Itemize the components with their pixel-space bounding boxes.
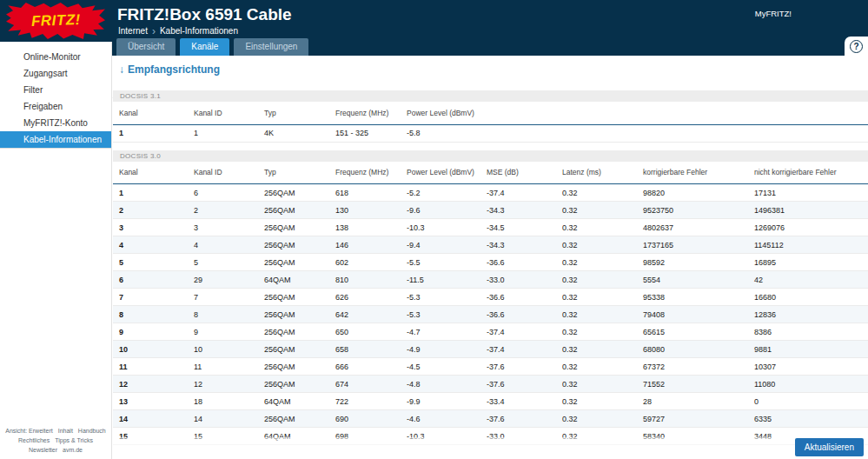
footer-link-tipps-tricks[interactable]: Tipps & Tricks — [55, 436, 93, 445]
cell: 256QAM — [258, 410, 329, 428]
refresh-button[interactable]: Aktualisieren — [795, 438, 864, 456]
cell: 7 — [113, 289, 188, 306]
cell: 690 — [329, 410, 401, 428]
cell: -34.3 — [480, 236, 556, 254]
tab-kanale[interactable]: Kanäle — [180, 38, 229, 56]
cell: 642 — [329, 306, 401, 323]
column-header: korrigierbare Fehler — [637, 162, 748, 184]
cell: -5.3 — [401, 306, 480, 323]
cell: 65615 — [637, 323, 748, 341]
column-header: Kanal — [113, 102, 188, 124]
bottom-fade — [113, 437, 868, 459]
cell: 138 — [329, 219, 401, 236]
cell: 0.32 — [556, 358, 637, 376]
cell: 256QAM — [258, 254, 329, 271]
cell: 9 — [113, 323, 188, 341]
sidebar-item-label: Freigaben — [23, 102, 63, 111]
cell: 13 — [113, 393, 188, 410]
tab-einstellungen[interactable]: Einstellungen — [234, 38, 308, 56]
footer-links-line: Ansicht: ErweitertInhaltHandbuch — [0, 426, 111, 436]
cell: 6 — [188, 184, 258, 202]
cell: 666 — [329, 358, 401, 376]
footer-link-rechtliches[interactable]: Rechtliches — [18, 436, 50, 445]
cell: -37.6 — [480, 410, 556, 428]
cell: 98820 — [637, 184, 748, 202]
cell: 0.32 — [556, 289, 637, 306]
cell: 674 — [329, 376, 401, 393]
sidebar-menu: ÜbersichtInternetOnline-MonitorZugangsar… — [0, 42, 111, 149]
cell: 59727 — [637, 410, 748, 428]
cell: 2 — [188, 202, 258, 219]
cell: -9.9 — [401, 393, 480, 410]
cell: 626 — [329, 289, 401, 306]
table-row: 44256QAM146-9.4-34.30.3217371651145112 — [113, 236, 868, 254]
cell: 4 — [188, 236, 258, 254]
sidebar-item-online-monitor[interactable]: Online-Monitor — [0, 49, 111, 65]
cell: -9.6 — [401, 202, 480, 219]
column-header: Typ — [258, 162, 329, 184]
cell: 12 — [188, 376, 258, 393]
sidebar-item-assistenten[interactable]: Assistenten — [112, 97, 113, 114]
breadcrumb-page: Kabel-Informationen — [160, 26, 238, 36]
cell: 9881 — [748, 341, 868, 358]
cell: 256QAM — [258, 323, 329, 341]
cell: 11 — [113, 358, 188, 376]
cell: -4.9 — [401, 341, 480, 358]
sidebar-item-myfritz-konto[interactable]: MyFRITZ!-Konto — [0, 115, 111, 131]
fritz-logo[interactable]: FRITZ! — [0, 0, 111, 42]
table-row: 62964QAM810-11.5-33.00.32555442 — [113, 271, 868, 289]
sidebar-item-freigaben[interactable]: Freigaben — [0, 98, 111, 115]
cell: -5.5 — [401, 254, 480, 271]
help-button[interactable]: ? — [845, 37, 868, 56]
section-docsis-3-0: DOCSIS 3.0KanalKanal IDTypFrequenz (MHz)… — [113, 150, 868, 446]
footer-link-avm-de[interactable]: avm.de — [63, 445, 83, 455]
cell: 810 — [329, 271, 401, 289]
table-row: 22256QAM130-9.6-34.30.3295237501496381 — [113, 202, 868, 219]
section-docsis-3-1: DOCSIS 3.1KanalKanal IDTypFrequenz (MHz)… — [113, 90, 868, 143]
footer-link-ansicht-erweitert[interactable]: Ansicht: Erweitert — [5, 426, 52, 436]
cell: 71552 — [637, 376, 748, 393]
cell: 16895 — [748, 254, 868, 271]
cell: -4.5 — [401, 358, 480, 376]
sidebar-item-label: Filter — [23, 85, 43, 95]
column-header: Kanal — [113, 162, 188, 184]
sidebar-item-label: Kabel-Informationen — [23, 135, 102, 144]
cell: -4.7 — [401, 323, 480, 341]
cell: 28 — [637, 393, 748, 410]
cell: 10 — [113, 341, 188, 358]
column-header: nicht korrigierbare Fehler — [748, 162, 868, 184]
sidebar-item-kabel-informationen[interactable]: Kabel-Informationen — [0, 131, 111, 148]
footer-link-handbuch[interactable]: Handbuch — [78, 426, 106, 436]
sidebar-item-filter[interactable]: Filter — [0, 82, 111, 98]
footer-link-newsletter[interactable]: Newsletter — [29, 445, 57, 455]
sidebar-item-zugangsart[interactable]: Zugangsart — [0, 65, 111, 82]
tab-ubersicht[interactable]: Übersicht — [116, 38, 176, 56]
cell: 146 — [329, 236, 401, 254]
cell: 6335 — [748, 410, 868, 428]
cell: 0.32 — [556, 376, 637, 393]
breadcrumb: Internet › Kabel-Informationen — [118, 26, 238, 36]
cell: 7 — [188, 289, 258, 306]
table-row: 1111256QAM666-4.5-37.60.326737210307 — [113, 358, 868, 376]
footer-link-inhalt[interactable]: Inhalt — [58, 426, 73, 436]
cell: -37.4 — [480, 341, 556, 358]
cell: -37.6 — [480, 358, 556, 376]
cell: 0.32 — [556, 184, 637, 202]
cell: 5 — [188, 254, 258, 271]
cell: 130 — [329, 202, 401, 219]
myfritz-link[interactable]: MyFRITZ! — [755, 9, 792, 18]
breadcrumb-section[interactable]: Internet — [118, 26, 148, 36]
cell: 14 — [113, 410, 188, 428]
channel-table: KanalKanal IDTypFrequenz (MHz)Power Leve… — [113, 162, 868, 446]
cell: 8 — [113, 306, 188, 323]
cell: -4.6 — [401, 410, 480, 428]
cell: -9.4 — [401, 236, 480, 254]
table-row: 77256QAM626-5.3-36.60.329533816680 — [113, 289, 868, 306]
cell: -36.6 — [480, 289, 556, 306]
cell: 722 — [329, 393, 401, 410]
page-title: Empfangsrichtung — [128, 63, 220, 76]
cell: 256QAM — [258, 219, 329, 236]
cell: 256QAM — [258, 358, 329, 376]
table-row: 131864QAM722-9.9-33.40.32280 — [113, 393, 868, 410]
column-header: Latenz (ms) — [556, 162, 637, 184]
